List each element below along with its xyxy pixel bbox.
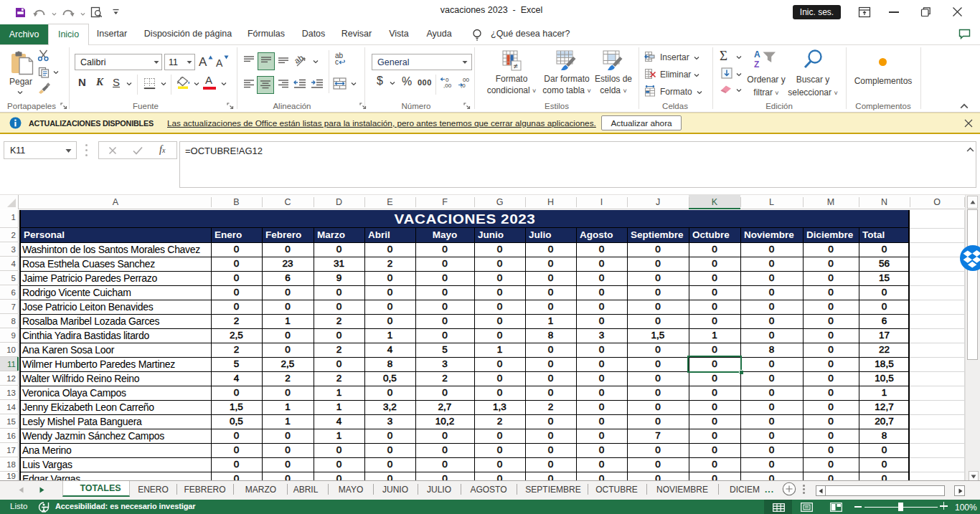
svg-text:c: c [335,58,339,66]
svg-text:,00: ,00 [443,82,452,89]
svg-text:≠: ≠ [514,62,518,70]
svg-text:Z: Z [754,60,759,69]
svg-text:A: A [754,49,760,60]
